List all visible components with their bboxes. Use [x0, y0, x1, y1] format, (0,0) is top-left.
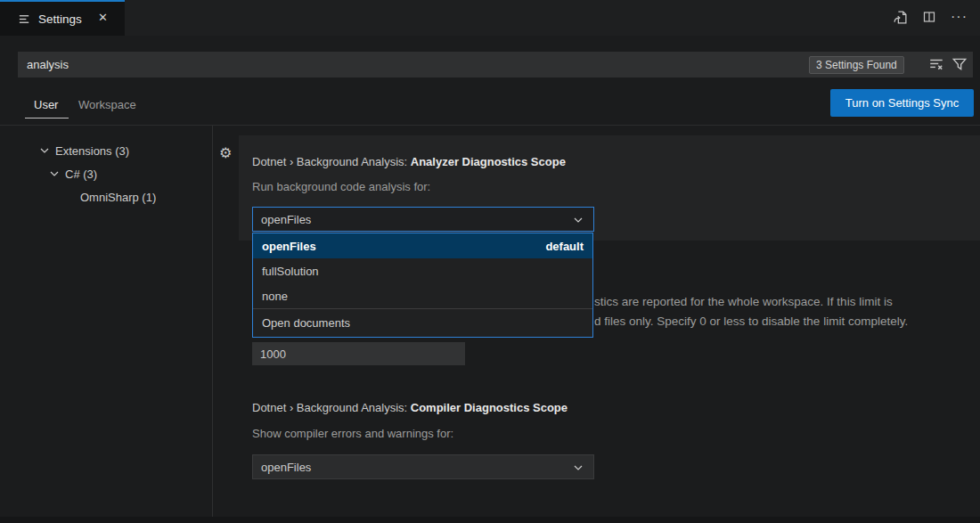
chevron-down-icon — [47, 167, 61, 181]
tab-user-underline — [25, 118, 69, 118]
setting-description-compiler: Show compiler errors and warnings for: — [252, 427, 453, 440]
option-label: openFiles — [262, 240, 316, 253]
option-label: fullSolution — [262, 265, 319, 278]
setting-title-compiler: Dotnet › Background Analysis: Compiler D… — [252, 401, 568, 414]
toc-item-csharp[interactable]: C# (3) — [47, 167, 97, 181]
turn-on-settings-sync-button[interactable]: Turn on Settings Sync — [830, 89, 974, 117]
close-icon[interactable]: ✕ — [98, 11, 108, 24]
option-label: none — [262, 290, 288, 303]
open-settings-json-icon[interactable] — [893, 10, 908, 25]
chevron-down-icon — [571, 461, 585, 475]
compiler-scope-select[interactable]: openFiles — [252, 454, 594, 479]
setting-title-name: Analyzer Diagnostics Scope — [411, 155, 566, 168]
bottom-edge — [0, 517, 980, 523]
editor-actions: ··· — [893, 8, 968, 26]
select-dropdown: openFiles default fullSolution none Open… — [252, 233, 593, 338]
select-value: openFiles — [261, 213, 311, 226]
search-actions — [928, 56, 968, 72]
tab-user[interactable]: User — [34, 98, 58, 111]
dropdown-option-fullsolution[interactable]: fullSolution — [253, 258, 592, 283]
dropdown-option-none[interactable]: none — [253, 283, 592, 308]
tab-workspace[interactable]: Workspace — [78, 98, 136, 111]
dropdown-option-openfiles[interactable]: openFiles default — [253, 233, 592, 258]
tab-bar: Settings ✕ ··· — [0, 0, 980, 36]
tab-settings[interactable]: Settings ✕ — [0, 0, 125, 36]
toc-item-label: OmniSharp (1) — [80, 191, 156, 204]
select-value: openFiles — [261, 461, 311, 474]
setting-title-name: Compiler Diagnostics Scope — [411, 401, 568, 414]
dropdown-description: Open documents — [253, 309, 592, 337]
toc-divider — [212, 126, 213, 517]
limit-setting-description-line1: stics are reported for the whole workspa… — [594, 295, 893, 308]
setting-title-prefix: Dotnet › Background Analysis: — [252, 155, 411, 168]
chevron-down-icon — [571, 213, 585, 227]
settings-editor: Settings ✕ ··· 3 Settings Found — [0, 0, 980, 523]
setting-title-analyzer: Dotnet › Background Analysis: Analyzer D… — [252, 155, 566, 168]
limit-setting-description-line2: d files only. Specify 0 or less to disab… — [594, 315, 908, 328]
option-detail: default — [545, 240, 584, 253]
analyzer-scope-select[interactable]: openFiles — [252, 207, 594, 232]
toc-item-label: Extensions (3) — [55, 144, 129, 158]
setting-title-prefix: Dotnet › Background Analysis: — [252, 401, 411, 414]
gear-icon[interactable]: ⚙ — [219, 146, 232, 160]
filter-icon[interactable] — [951, 56, 968, 72]
more-actions-icon[interactable]: ··· — [951, 8, 968, 26]
tab-title: Settings — [38, 12, 82, 26]
clear-search-results-icon[interactable] — [928, 56, 944, 72]
split-editor-icon[interactable] — [922, 10, 936, 24]
chevron-down-icon — [37, 143, 52, 158]
toc-item-extensions[interactable]: Extensions (3) — [37, 143, 129, 158]
setting-description-analyzer: Run background code analysis for: — [252, 180, 430, 193]
toc-item-omnisharp[interactable]: OmniSharp (1) — [80, 191, 156, 204]
toc-item-label: C# (3) — [65, 168, 97, 181]
results-count-badge: 3 Settings Found — [809, 56, 904, 74]
limit-value-input[interactable] — [252, 342, 465, 365]
settings-editor-icon — [18, 12, 31, 26]
scope-row-divider — [0, 125, 980, 126]
